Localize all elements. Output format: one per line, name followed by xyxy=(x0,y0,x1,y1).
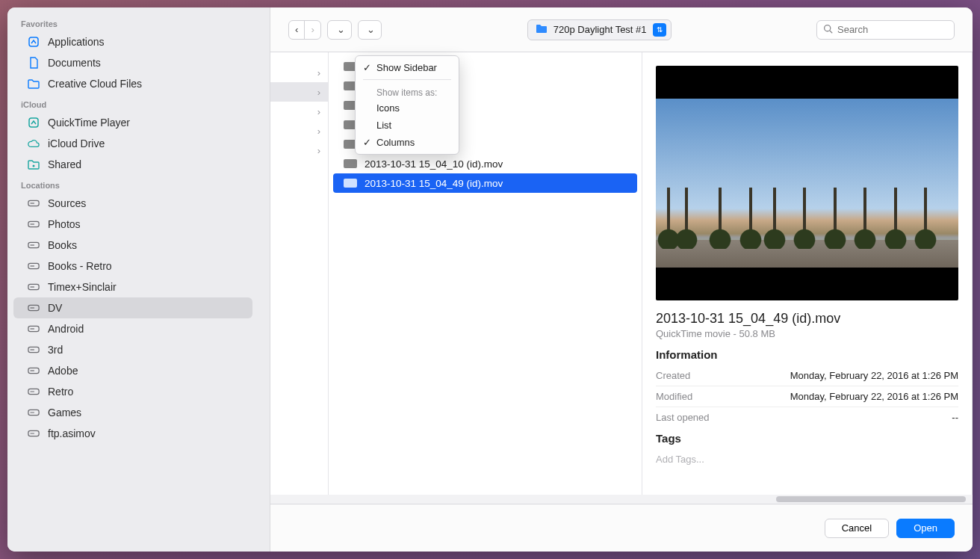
menu-columns[interactable]: Columns xyxy=(356,134,459,151)
sidebar-item[interactable]: Books xyxy=(13,235,252,256)
sidebar-item-label: Documents xyxy=(48,57,101,69)
sidebar-item-label: ftp.asimov xyxy=(48,427,96,439)
sidebar-item[interactable]: ftp.asimov xyxy=(13,423,252,444)
menu-show-sidebar[interactable]: Show Sidebar xyxy=(356,59,459,76)
info-value: Monday, February 22, 2016 at 1:26 PM xyxy=(790,370,958,381)
sidebar-item-label: DV xyxy=(48,302,62,314)
svg-rect-0 xyxy=(29,37,38,46)
info-row: ModifiedMonday, February 22, 2016 at 1:2… xyxy=(656,386,958,407)
menu-icons[interactable]: Icons xyxy=(356,99,459,117)
file-name: 2013-10-31 15_04_10 (id).mov xyxy=(365,158,503,170)
group-button[interactable]: ⌄ xyxy=(358,20,382,40)
drive-icon xyxy=(27,197,40,209)
sidebar-item-label: Android xyxy=(48,323,84,335)
sidebar-item[interactable]: 3rd xyxy=(13,339,252,360)
chevron-right-icon: › xyxy=(317,67,320,78)
chevron-right-icon: › xyxy=(317,87,320,98)
parent-folder-column[interactable]: ››››› xyxy=(270,52,329,504)
sidebar-item[interactable]: iCloud Drive xyxy=(13,133,252,154)
chevron-right-icon: › xyxy=(317,106,320,117)
sidebar-item-label: Applications xyxy=(48,36,105,48)
info-heading: Information xyxy=(656,348,958,361)
drive-icon xyxy=(27,281,40,293)
drive-icon xyxy=(27,323,40,335)
horizontal-scrollbar[interactable] xyxy=(270,495,973,504)
file-row[interactable]: 2013-10-31 15_04_49 (id).mov xyxy=(333,173,637,193)
location-label: 720p Daylight Test #1 xyxy=(553,24,647,35)
sidebar-item[interactable]: QuickTime Player xyxy=(13,112,252,133)
doc-icon xyxy=(27,57,40,69)
parent-folder-row[interactable]: › xyxy=(270,82,328,102)
sidebar-item[interactable]: Sources xyxy=(13,193,252,214)
location-popup[interactable]: 720p Daylight Test #1 ⇅ xyxy=(527,19,672,40)
tags-input-placeholder[interactable]: Add Tags... xyxy=(656,449,958,465)
drive-icon xyxy=(27,239,40,251)
sidebar-item[interactable]: Android xyxy=(13,318,252,339)
cloud-icon xyxy=(27,138,40,149)
scrollbar-thumb[interactable] xyxy=(776,496,966,502)
tags-heading: Tags xyxy=(656,432,958,445)
sidebar-item[interactable]: Documents xyxy=(13,52,252,73)
drive-icon xyxy=(27,218,40,230)
drive-icon xyxy=(27,365,40,377)
back-button[interactable]: ‹ xyxy=(289,21,304,39)
folder-icon xyxy=(27,78,40,90)
parent-folder-row[interactable]: › xyxy=(270,121,328,140)
forward-button[interactable]: › xyxy=(304,21,320,39)
info-key: Modified xyxy=(656,391,692,402)
sidebar-item-label: Books - Retro xyxy=(48,260,112,272)
search-input[interactable] xyxy=(837,24,948,35)
menu-separator xyxy=(363,79,451,80)
view-options-menu: Show Sidebar Show items as: Icons List C… xyxy=(355,55,459,155)
open-button[interactable]: Open xyxy=(896,519,955,538)
sidebar-item[interactable]: Creative Cloud Files xyxy=(13,73,252,94)
sidebar-item[interactable]: Applications xyxy=(13,31,252,52)
preview-subtitle: QuickTime movie - 50.8 MB xyxy=(656,328,958,339)
sidebar-item-label: Photos xyxy=(48,218,81,230)
preview-thumbnail xyxy=(656,66,958,300)
sidebar-item-label: QuickTime Player xyxy=(48,117,130,129)
sidebar-heading-locations: Locations xyxy=(7,175,258,193)
sidebar-item-label: iCloud Drive xyxy=(48,138,105,149)
parent-folder-row[interactable]: › xyxy=(270,102,328,121)
chevron-down-icon: ⌄ xyxy=(337,24,345,35)
chevron-right-icon: › xyxy=(317,145,320,156)
sidebar-item-label: Creative Cloud Files xyxy=(48,78,142,90)
info-value: -- xyxy=(952,412,958,423)
file-name: 2013-10-31 15_04_49 (id).mov xyxy=(365,178,503,189)
open-dialog-window: Favorites ApplicationsDocumentsCreative … xyxy=(7,7,973,552)
sidebar-item[interactable]: Shared xyxy=(13,154,252,175)
sidebar-item-label: Books xyxy=(48,239,77,251)
cancel-button[interactable]: Cancel xyxy=(825,519,889,538)
video-thumb-icon xyxy=(344,179,357,188)
up-down-chevron-icon: ⇅ xyxy=(653,23,666,37)
search-field[interactable] xyxy=(816,20,955,40)
sidebar-item[interactable]: DV xyxy=(13,297,252,318)
parent-folder-row[interactable]: › xyxy=(270,63,328,82)
sidebar-item[interactable]: Photos xyxy=(13,214,252,235)
dialog-footer: Cancel Open xyxy=(270,504,973,552)
info-key: Created xyxy=(656,370,690,381)
svg-point-50 xyxy=(825,25,831,31)
view-mode-button[interactable]: ⌄ xyxy=(327,20,352,40)
svg-line-51 xyxy=(830,30,832,32)
file-row[interactable]: 2013-10-31 15_04_10 (id).mov xyxy=(333,154,637,173)
search-icon xyxy=(823,24,833,36)
sidebar-item-label: Sources xyxy=(48,197,86,209)
sidebar-item[interactable]: Adobe xyxy=(13,360,252,381)
menu-list[interactable]: List xyxy=(356,117,459,134)
parent-folder-row[interactable]: › xyxy=(270,140,328,160)
grid-group-icon: ⌄ xyxy=(359,21,382,39)
info-row: Last opened-- xyxy=(656,407,958,427)
sidebar-item[interactable]: Retro xyxy=(13,381,252,402)
drive-icon xyxy=(27,344,40,356)
sidebar-item[interactable]: Books - Retro xyxy=(13,256,252,277)
sidebar-item[interactable]: Games xyxy=(13,402,252,423)
sidebar-item-label: 3rd xyxy=(48,344,63,356)
drive-icon xyxy=(27,386,40,398)
video-thumb-icon xyxy=(344,159,357,168)
chevron-right-icon: › xyxy=(311,24,314,35)
sidebar: Favorites ApplicationsDocumentsCreative … xyxy=(7,7,270,552)
sidebar-item[interactable]: Timex+Sinclair xyxy=(13,277,252,297)
toolbar: ‹ › ⌄ ⌄ 720p Daylight Test #1 xyxy=(270,7,973,52)
